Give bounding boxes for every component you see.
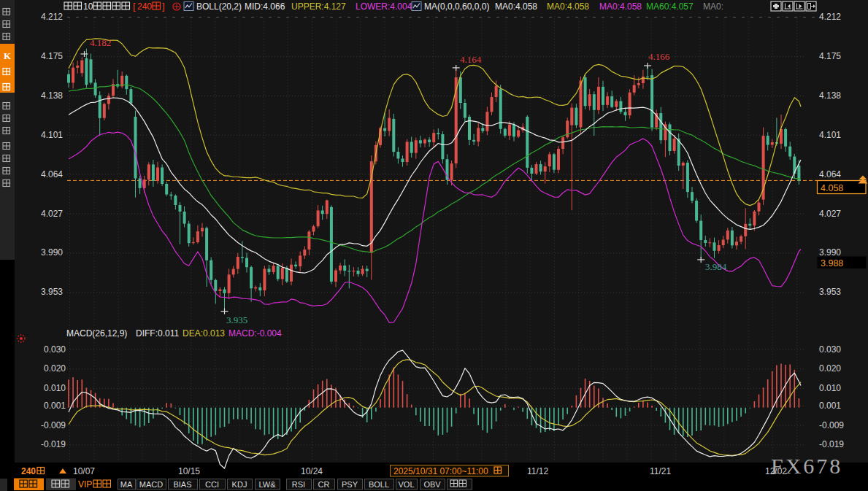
svg-text:2025/10/31 07:00~11:00: 2025/10/31 07:00~11:00: [393, 466, 488, 476]
svg-text:-0.009: -0.009: [41, 420, 66, 430]
svg-text:4.064: 4.064: [819, 169, 841, 179]
svg-text:BOLL(20,2): BOLL(20,2): [196, 1, 242, 12]
svg-text:4.101: 4.101: [41, 130, 63, 140]
svg-text:4.064: 4.064: [41, 169, 63, 179]
svg-text:0.020: 0.020: [819, 363, 841, 374]
svg-text:4.027: 4.027: [819, 209, 841, 219]
svg-text:4.175: 4.175: [41, 51, 63, 61]
svg-text:3.990: 3.990: [41, 247, 63, 258]
svg-text:-0.009: -0.009: [819, 420, 844, 430]
svg-text:MA0:4.058: MA0:4.058: [495, 1, 537, 12]
svg-text:0.001: 0.001: [819, 401, 841, 411]
svg-text:4.182: 4.182: [90, 37, 111, 48]
svg-text:FX678: FX678: [771, 454, 842, 478]
svg-text:DEA:0.013: DEA:0.013: [183, 328, 225, 339]
svg-text:MA0:4.058: MA0:4.058: [547, 1, 589, 12]
svg-text:0.010: 0.010: [819, 383, 841, 393]
svg-text:MACD:-0.004: MACD:-0.004: [228, 328, 282, 339]
svg-text:MA0:4.058: MA0:4.058: [599, 1, 642, 12]
svg-text:0.030: 0.030: [44, 344, 66, 355]
svg-text:10/24: 10/24: [301, 466, 323, 476]
svg-text:VOL: VOL: [398, 480, 414, 489]
svg-text:4.166: 4.166: [648, 51, 670, 62]
svg-text:MA(0,0,0,60,0,0): MA(0,0,0,60,0,0): [424, 1, 489, 12]
svg-text:KDJ: KDJ: [232, 480, 247, 489]
svg-text:3.988: 3.988: [821, 258, 843, 268]
svg-text:BIAS: BIAS: [173, 480, 191, 489]
svg-text:240: 240: [137, 1, 152, 12]
svg-text:MA60:4.057: MA60:4.057: [646, 1, 694, 12]
svg-text:11/21: 11/21: [650, 466, 671, 476]
svg-text:BOLL: BOLL: [369, 480, 389, 489]
svg-text:-0.019: -0.019: [819, 439, 844, 449]
svg-text:CR: CR: [318, 480, 330, 489]
svg-text:MACD(26,12,9): MACD(26,12,9): [66, 328, 127, 339]
svg-text:10/15: 10/15: [178, 466, 200, 476]
svg-text:VIP: VIP: [78, 479, 92, 490]
svg-text:RSI: RSI: [292, 480, 305, 489]
svg-text:0.001: 0.001: [44, 401, 66, 411]
svg-text:3.990: 3.990: [819, 247, 841, 258]
svg-text:MA: MA: [120, 480, 133, 489]
svg-text:[: [: [133, 1, 136, 12]
svg-text:4.101: 4.101: [819, 130, 841, 140]
svg-text:LOWER:4.004: LOWER:4.004: [356, 1, 412, 12]
svg-text:0.010: 0.010: [44, 383, 66, 393]
svg-text:3.935: 3.935: [226, 314, 247, 325]
svg-text:DIFF:0.011: DIFF:0.011: [136, 328, 179, 339]
svg-text:-0.019: -0.019: [41, 439, 66, 449]
svg-text:0.020: 0.020: [44, 363, 66, 374]
svg-text:MA0:: MA0:: [703, 1, 723, 12]
svg-text:4.175: 4.175: [819, 51, 841, 61]
svg-text:0.030: 0.030: [819, 344, 841, 355]
svg-text:]: ]: [162, 1, 165, 12]
svg-text:3.984: 3.984: [705, 261, 727, 272]
svg-text:OBV: OBV: [423, 480, 441, 489]
svg-text:240: 240: [21, 466, 36, 476]
svg-text:4.138: 4.138: [819, 90, 841, 101]
svg-text:CCI: CCI: [205, 480, 219, 489]
svg-text:UPPER:4.127: UPPER:4.127: [291, 1, 346, 12]
svg-text:11/12: 11/12: [527, 466, 548, 476]
svg-text:4.138: 4.138: [41, 90, 63, 101]
svg-text:3.953: 3.953: [819, 287, 841, 297]
svg-text:4.164: 4.164: [460, 54, 482, 65]
svg-text:PSY: PSY: [342, 480, 358, 489]
svg-text:K: K: [4, 50, 12, 61]
svg-text:LW&: LW&: [258, 480, 276, 489]
svg-text:3.953: 3.953: [41, 287, 63, 297]
svg-text:4.212: 4.212: [41, 12, 63, 22]
svg-text:MACD: MACD: [139, 480, 163, 489]
svg-text:4.212: 4.212: [819, 12, 841, 22]
svg-text:10: 10: [83, 1, 93, 12]
svg-text:4.027: 4.027: [41, 209, 63, 219]
svg-text:MID:4.066: MID:4.066: [245, 1, 285, 12]
svg-text:10/07: 10/07: [73, 466, 95, 476]
svg-text:4.058: 4.058: [821, 183, 843, 193]
